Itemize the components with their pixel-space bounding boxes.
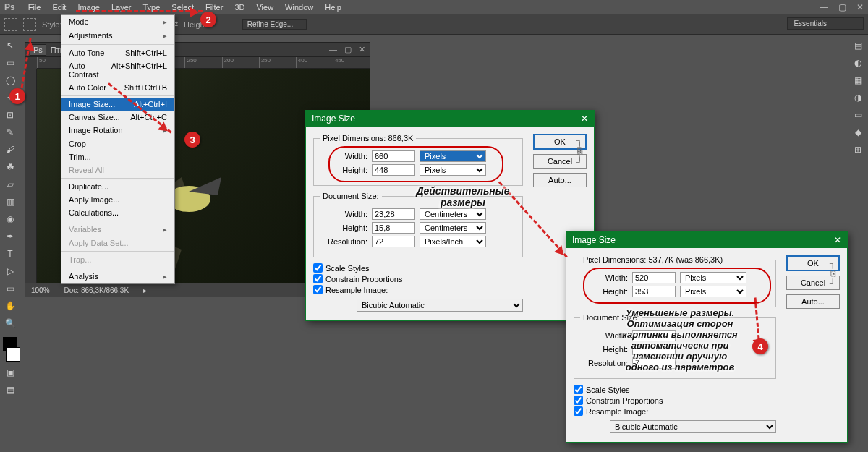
channels-icon[interactable]: ◆ <box>851 126 864 139</box>
adjust-icon[interactable]: ◑ <box>851 91 864 104</box>
menu-item-analysis[interactable]: Analysis <box>61 270 174 283</box>
resample-method-select[interactable]: Bicubic Automatic <box>610 420 776 433</box>
menu-bar: Ps File Edit Image Layer Type Select Fil… <box>0 0 868 14</box>
step-1-badge: 1 <box>9 88 25 104</box>
zoom-level[interactable]: 100% <box>31 286 50 294</box>
menu-filter[interactable]: Filter <box>200 1 229 13</box>
step-4-badge: 4 <box>752 338 768 354</box>
gradient-tool[interactable]: ▥ <box>4 195 17 208</box>
info-chevron-icon[interactable]: ▸ <box>143 286 147 294</box>
maximize-icon[interactable]: ▢ <box>838 2 846 12</box>
crop-tool[interactable]: ⊡ <box>4 108 17 121</box>
hand-tool[interactable]: ✋ <box>4 299 17 312</box>
background-swatch[interactable] <box>6 347 20 362</box>
doc-minimize-icon[interactable]: — <box>329 45 337 54</box>
doc-info: Doc: 866,3K/866,3K <box>64 286 129 294</box>
image-size-dialog-1: Image Size✕ OK Cancel Auto... Pixel Dime… <box>305 110 595 321</box>
resample-method-select[interactable]: Bicubic Automatic <box>357 299 523 312</box>
doc-close-icon[interactable]: ✕ <box>359 45 365 54</box>
menu-item-variables: Variables <box>61 223 174 236</box>
constrain-checkbox[interactable] <box>574 396 583 405</box>
menu-item-image-rotation[interactable]: Image Rotation <box>61 124 174 137</box>
dialog-close-icon[interactable]: ✕ <box>834 235 841 245</box>
menu-item-image-size-[interactable]: Image Size...Alt+Ctrl+I <box>61 98 174 111</box>
panels-dock: ▤ ◐ ▦ ◑ ▭ ◆ ⊞ <box>848 35 868 452</box>
shape-tool[interactable]: ▭ <box>4 282 17 295</box>
zoom-tool[interactable]: 🔍 <box>4 317 17 330</box>
type-tool[interactable]: T <box>4 247 17 260</box>
menu-item-mode[interactable]: Mode <box>61 15 174 29</box>
workspace-select[interactable]: Essentials <box>787 17 864 30</box>
dialog-title: Image Size <box>572 235 616 245</box>
paths-icon[interactable]: ⊞ <box>851 143 864 156</box>
menu-item-duplicate-[interactable]: Duplicate... <box>61 180 174 193</box>
menu-item-trim-[interactable]: Trim... <box>61 150 174 163</box>
eyedropper-tool[interactable]: ✎ <box>4 126 17 139</box>
menu-help[interactable]: Help <box>319 1 347 13</box>
swatches-icon[interactable]: ▦ <box>851 74 864 87</box>
lasso-tool[interactable]: ◯ <box>4 74 17 87</box>
px-width-label: Width: <box>320 152 367 161</box>
scale-styles-checkbox[interactable] <box>313 263 323 273</box>
doc-width-unit[interactable]: Centimeters <box>420 208 486 220</box>
menu-item-apply-data-set-: Apply Data Set... <box>61 236 174 250</box>
quickmask-icon[interactable]: ▣ <box>4 366 17 379</box>
marquee-mode-icon[interactable] <box>23 18 36 31</box>
resolution-input[interactable] <box>372 236 415 247</box>
style-label: Style: <box>42 20 62 29</box>
brush-tool[interactable]: 🖌 <box>4 143 17 156</box>
resolution-unit[interactable]: Pixels/Inch <box>420 236 486 247</box>
color-icon[interactable]: ◐ <box>851 56 864 69</box>
menu-item-adjustments[interactable]: Adjustments <box>61 29 174 43</box>
layers-icon[interactable]: ▭ <box>851 108 864 121</box>
link-icon[interactable]: ⎘ <box>577 145 582 155</box>
menu-item-auto-tone[interactable]: Auto ToneShift+Ctrl+L <box>61 46 174 59</box>
doc-width-input[interactable] <box>372 208 415 220</box>
minimize-icon[interactable]: — <box>820 2 828 12</box>
arrow-2 <box>76 10 203 12</box>
menu-view[interactable]: View <box>250 1 279 13</box>
menu-file[interactable]: File <box>22 1 47 13</box>
step-3-badge: 3 <box>184 132 200 148</box>
eraser-tool[interactable]: ▱ <box>4 178 17 191</box>
px-height-unit[interactable]: Pixels <box>420 164 486 176</box>
menu-item-apply-image-[interactable]: Apply Image... <box>61 193 174 206</box>
menu-item-calculations-[interactable]: Calculations... <box>61 206 174 219</box>
px-width-input[interactable] <box>632 272 676 283</box>
doc-height-input[interactable] <box>372 222 415 234</box>
history-icon[interactable]: ▤ <box>851 39 864 52</box>
stamp-tool[interactable]: ☘ <box>4 161 17 174</box>
refine-edge-button[interactable]: Refine Edge... <box>242 19 307 30</box>
constrain-checkbox[interactable] <box>313 274 323 283</box>
link-icon[interactable]: ⎘ <box>830 268 835 278</box>
marquee-tool[interactable]: ▭ <box>4 56 17 69</box>
dialog-close-icon[interactable]: ✕ <box>581 114 588 124</box>
move-tool[interactable]: ↖ <box>4 39 17 52</box>
auto-button[interactable]: Auto... <box>786 294 840 309</box>
menu-item-auto-contrast[interactable]: Auto ContrastAlt+Shift+Ctrl+L <box>61 59 174 81</box>
resample-checkbox[interactable] <box>574 406 583 416</box>
menu-item-crop[interactable]: Crop <box>61 137 174 150</box>
pen-tool[interactable]: ✒ <box>4 230 17 243</box>
pixel-dimensions-label: Pixel Dimensions: <box>583 255 646 264</box>
path-tool[interactable]: ▷ <box>4 265 17 278</box>
px-height-input[interactable] <box>372 164 415 176</box>
auto-button[interactable]: Auto... <box>533 173 587 187</box>
px-width-unit[interactable]: Pixels <box>420 150 486 162</box>
marquee-icon[interactable] <box>4 18 17 31</box>
resample-checkbox[interactable] <box>313 285 323 294</box>
menu-3d[interactable]: 3D <box>229 1 250 13</box>
scale-styles-checkbox[interactable] <box>574 385 583 394</box>
blur-tool[interactable]: ◉ <box>4 213 17 226</box>
px-width-unit[interactable]: Pixels <box>680 272 746 283</box>
doc-height-unit[interactable]: Centimeters <box>420 222 486 234</box>
close-icon[interactable]: ✕ <box>856 2 864 12</box>
px-height-unit[interactable]: Pixels <box>680 286 746 297</box>
px-height-input[interactable] <box>632 286 676 297</box>
dialog-title: Image Size <box>312 114 355 124</box>
menu-window[interactable]: Window <box>279 1 319 13</box>
doc-maximize-icon[interactable]: ▢ <box>344 45 352 54</box>
screenmode-icon[interactable]: ▤ <box>4 383 17 396</box>
px-width-input[interactable] <box>372 150 415 162</box>
menu-edit[interactable]: Edit <box>46 1 72 13</box>
